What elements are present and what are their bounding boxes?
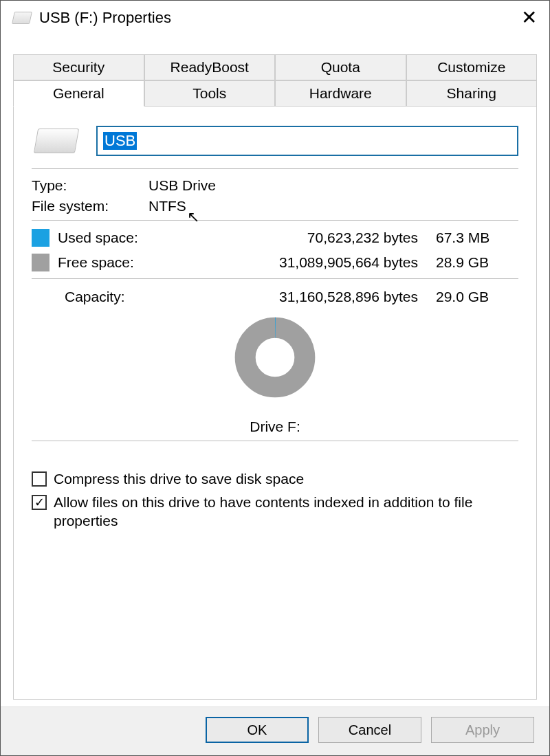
tab-hardware[interactable]: Hardware xyxy=(275,80,406,107)
drive-icon xyxy=(12,12,32,24)
volume-label-value: USB xyxy=(103,132,137,150)
ok-button[interactable]: OK xyxy=(206,717,309,743)
filesystem-value: NTFS xyxy=(148,198,518,214)
general-panel: USB Type: USB Drive File system: NTFS ↖ … xyxy=(13,107,537,700)
volume-label-input[interactable]: USB xyxy=(96,126,518,156)
type-row: Type: USB Drive xyxy=(32,177,518,194)
free-space-row: Free space: 31,089,905,664 bytes 28.9 GB xyxy=(32,254,518,271)
tab-quota[interactable]: Quota xyxy=(275,54,406,80)
tab-row-1: Security ReadyBoost Quota Customize xyxy=(13,54,537,80)
separator xyxy=(32,441,518,441)
drive-letter-label: Drive F: xyxy=(32,419,518,435)
free-label: Free space: xyxy=(58,254,243,271)
index-option[interactable]: Allow files on this drive to have conten… xyxy=(32,493,518,530)
capacity-bytes: 31,160,528,896 bytes xyxy=(250,289,429,305)
window-title: USB (F:) Properties xyxy=(39,9,515,27)
tab-security[interactable]: Security xyxy=(13,54,144,80)
used-human: 67.3 MB xyxy=(436,230,518,246)
cancel-button[interactable]: Cancel xyxy=(318,717,421,743)
type-label: Type: xyxy=(32,177,148,194)
close-icon[interactable]: ✕ xyxy=(515,8,542,27)
used-label: Used space: xyxy=(58,230,243,246)
tab-row-2: General Tools Hardware Sharing xyxy=(13,80,537,107)
drive-header: USB xyxy=(32,126,518,156)
compress-label: Compress this drive to save disk space xyxy=(54,470,304,488)
index-label: Allow files on this drive to have conten… xyxy=(54,493,518,530)
tab-tools[interactable]: Tools xyxy=(144,80,276,107)
free-bytes: 31,089,905,664 bytes xyxy=(250,254,429,271)
tab-readyboost[interactable]: ReadyBoost xyxy=(144,54,276,80)
filesystem-label: File system: xyxy=(32,198,148,214)
capacity-row: Capacity: 31,160,528,896 bytes 29.0 GB xyxy=(32,289,518,305)
used-bytes: 70,623,232 bytes xyxy=(250,230,429,246)
dialog-buttons: OK Cancel Apply xyxy=(1,707,549,755)
index-checkbox[interactable] xyxy=(32,495,47,510)
tabs: Security ReadyBoost Quota Customize Gene… xyxy=(1,38,549,107)
tab-customize[interactable]: Customize xyxy=(406,54,538,80)
filesystem-row: File system: NTFS xyxy=(32,198,518,214)
used-swatch-icon xyxy=(32,229,50,247)
donut-icon xyxy=(227,309,323,405)
usage-chart xyxy=(32,309,518,409)
separator xyxy=(32,220,518,221)
compress-option[interactable]: Compress this drive to save disk space xyxy=(32,470,518,488)
separator xyxy=(32,168,518,169)
free-human: 28.9 GB xyxy=(436,254,518,271)
free-swatch-icon xyxy=(32,254,50,271)
used-space-row: Used space: 70,623,232 bytes 67.3 MB xyxy=(32,229,518,247)
tab-sharing[interactable]: Sharing xyxy=(406,80,538,107)
titlebar: USB (F:) Properties ✕ xyxy=(1,1,549,38)
apply-button[interactable]: Apply xyxy=(431,717,534,743)
type-value: USB Drive xyxy=(148,177,518,194)
compress-checkbox[interactable] xyxy=(32,471,47,487)
capacity-human: 29.0 GB xyxy=(436,289,518,305)
separator xyxy=(32,278,518,279)
drive-large-icon xyxy=(34,129,79,153)
properties-window: USB (F:) Properties ✕ Security ReadyBoos… xyxy=(0,0,550,756)
capacity-label: Capacity: xyxy=(65,289,243,305)
tab-general[interactable]: General xyxy=(13,80,144,107)
